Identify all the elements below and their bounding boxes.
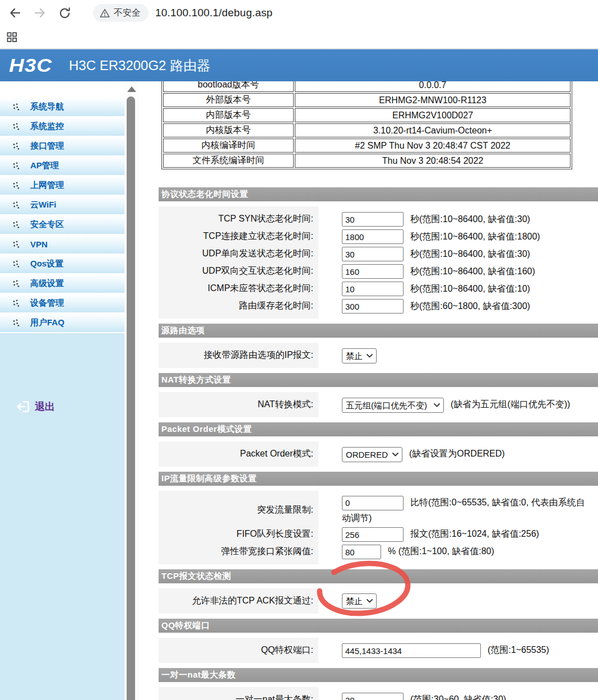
field-select[interactable]: 禁止 [342, 593, 377, 609]
form-row: 路由缓存老化时间: 秒(范围:60~1800, 缺省值:300) [159, 297, 598, 315]
field-input[interactable] [342, 247, 404, 261]
sidebar-item-Qos设置[interactable]: Qos设置 [0, 255, 124, 273]
sidebar-item-label: AP管理 [30, 160, 59, 171]
field-label: 弹性带宽接口紧张阈值: [159, 546, 318, 558]
sidebar-item-label: 用户FAQ [30, 317, 64, 328]
section-header: Packet Order模式设置 [159, 422, 598, 436]
section-rows: Packet Order模式: ORDERED(缺省设置为ORDERED) [159, 441, 598, 467]
field-select[interactable]: 禁止 [342, 348, 377, 363]
form-row: ICMP未应答状态老化时间: 秒(范围:10~86400, 缺省值:10) [159, 280, 598, 297]
chevron-down-icon [367, 599, 373, 603]
security-chip[interactable]: 不安全 [93, 4, 149, 22]
field-hint: (缺省设置为ORDERED) [409, 449, 505, 458]
field-area: ORDERED(缺省设置为ORDERED) [342, 446, 586, 462]
field-hint: 秒(范围:10~86400, 缺省值:160) [410, 266, 535, 276]
chevron-down-icon [434, 403, 440, 407]
field-hint: (范围:1~65535) [488, 645, 549, 655]
version-row-label: 内核版本号 [163, 123, 294, 137]
version-table-row: 内部版本号 ERHMG2V100D027 [163, 108, 571, 122]
sidebar-item-系统监控[interactable]: 系统监控 [0, 117, 124, 136]
version-row-value: 3.10.20-rt14-Cavium-Octeon+ [295, 123, 571, 137]
section-rows: TCP SYN状态老化时间: 秒(范围:10~86400, 缺省值:30) TC… [159, 206, 598, 319]
section-rows: NAT转换模式: 五元组(端口优先不变)(缺省为五元组(端口优先不变)) [159, 392, 598, 417]
reload-button[interactable] [55, 3, 74, 22]
settings-section: 一对一nat最大条数 一对一nat最大条数: (范围:30~60, 缺省值:30… [159, 668, 598, 700]
version-table-row: 内核版本号 3.10.20-rt14-Cavium-Octeon+ [163, 123, 571, 137]
logout-label: 退出 [35, 400, 55, 413]
apps-grid-icon[interactable] [7, 32, 17, 43]
menu-dots-icon [12, 300, 20, 307]
chevron-down-icon [367, 354, 373, 358]
field-select[interactable]: 五元组(端口优先不变) [342, 398, 444, 413]
form-row: 一对一nat最大条数: (范围:30~60, 缺省值:30) [159, 691, 598, 700]
sidebar-item-用户FAQ[interactable]: 用户FAQ [0, 314, 124, 332]
warning-triangle-icon [100, 8, 110, 18]
field-input[interactable] [342, 229, 404, 244]
version-row-label: bootload版本号 [163, 81, 294, 92]
section-header: IP流量限制高级参数设置 [159, 472, 598, 486]
menu-dots-icon [12, 103, 20, 111]
field-input[interactable] [342, 527, 404, 542]
menu-dots-icon [12, 123, 20, 131]
h3c-logo: H3C [9, 54, 52, 76]
menu-dots-icon [12, 221, 20, 229]
field-hint: 秒(范围:10~86400, 缺省值:10) [410, 284, 530, 293]
field-input[interactable] [342, 282, 404, 296]
back-button[interactable] [6, 3, 25, 22]
sidebar-item-label: 系统监控 [30, 121, 64, 132]
version-table-row: 外部版本号 ERHMG2-MNW100-R1123 [163, 93, 571, 107]
form-row: UDP单向发送状态老化时间: 秒(范围:10~86400, 缺省值:30) [159, 245, 598, 262]
sidebar-item-label: 安全专区 [30, 219, 64, 230]
sidebar-top-gap [0, 81, 124, 98]
field-label: 一对一nat最大条数: [159, 694, 318, 700]
scrollbar-up-arrow[interactable] [127, 86, 136, 92]
section-rows: 一对一nat最大条数: (范围:30~60, 缺省值:30) [159, 687, 598, 700]
settings-section: TCP报文状态检测 允许非法的TCP ACK报文通过: 禁止 [159, 569, 598, 614]
field-input[interactable] [342, 496, 404, 510]
field-area: 秒(范围:10~86400, 缺省值:30) [342, 246, 586, 262]
forward-button[interactable] [30, 3, 49, 22]
field-area: 五元组(端口优先不变)(缺省为五元组(端口优先不变)) [342, 397, 586, 412]
menu-dots-icon [12, 162, 20, 170]
field-input[interactable] [342, 545, 381, 559]
sidebar-item-系统导航[interactable]: 系统导航 [0, 98, 124, 116]
field-label: 路由缓存老化时间: [159, 300, 318, 312]
app-header: H3C H3C ER3200G2 路由器 [0, 49, 598, 81]
sidebar-item-label: VPN [30, 240, 48, 249]
field-input[interactable] [342, 264, 404, 279]
field-input[interactable] [342, 212, 404, 227]
sidebar-item-接口管理[interactable]: 接口管理 [0, 137, 124, 155]
form-row: 突发流量限制: 比特(范围:0~65535, 缺省值:0, 代表由系统自动调节) [159, 495, 598, 526]
field-select[interactable]: ORDERED [342, 447, 402, 462]
version-row-value: #2 SMP Thu Nov 3 20:48:47 CST 2022 [295, 139, 571, 153]
field-input[interactable] [342, 643, 481, 658]
url-text[interactable]: 10.100.100.1/debug.asp [155, 7, 272, 19]
field-hint: (缺省为五元组(端口优先不变)) [451, 399, 570, 409]
sidebar-item-云WiFi[interactable]: 云WiFi [0, 196, 124, 214]
sidebar-menu: 系统导航 系统监控 接口管理 AP管理 [0, 98, 124, 333]
sidebar-item-VPN[interactable]: VPN [0, 235, 124, 254]
field-label: ICMP未应答状态老化时间: [159, 283, 318, 294]
sidebar-item-上网管理[interactable]: 上网管理 [0, 176, 124, 195]
logout-button[interactable]: 退出 [16, 399, 124, 414]
sidebar-item-高级设置[interactable]: 高级设置 [0, 274, 124, 293]
form-row: NAT转换模式: 五元组(端口优先不变)(缺省为五元组(端口优先不变)) [159, 396, 598, 413]
select-value: ORDERED [346, 447, 388, 462]
field-input[interactable] [342, 299, 404, 314]
field-hint: 秒(范围:10~86400, 缺省值:30) [410, 249, 530, 259]
sidebar-item-AP管理[interactable]: AP管理 [0, 156, 124, 175]
menu-dots-icon [12, 319, 20, 327]
field-hint: 秒(范围:10~86400, 缺省值:30) [410, 214, 530, 224]
back-arrow-icon [8, 6, 22, 20]
sidebar-item-设备管理[interactable]: 设备管理 [0, 294, 124, 312]
form-row: TCP连接建立状态老化时间: 秒(范围:10~86400, 缺省值:1800) [159, 228, 598, 245]
field-hint: 秒(范围:60~1800, 缺省值:300) [410, 301, 530, 311]
sidebar-item-安全专区[interactable]: 安全专区 [0, 215, 124, 234]
menu-dots-icon [12, 142, 20, 150]
section-header: TCP报文状态检测 [159, 569, 598, 583]
field-input[interactable] [342, 693, 404, 700]
scrollbar-thumb[interactable] [127, 96, 135, 700]
logout-icon [16, 399, 30, 414]
version-table-row: 文件系统编译时间 Thu Nov 3 20:48:54 2022 [163, 154, 571, 168]
field-area: 秒(范围:10~86400, 缺省值:30) [342, 211, 586, 227]
